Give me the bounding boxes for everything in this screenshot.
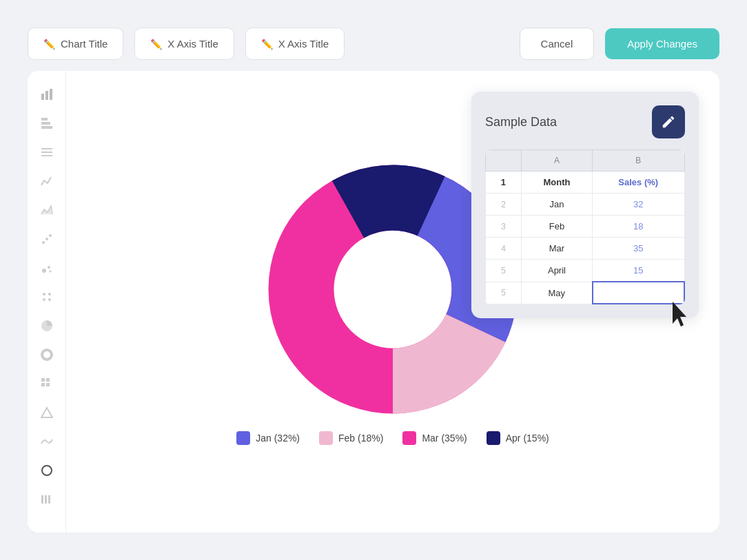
main-area: Jan (32%) Feb (18%) Mar (35%) Apr (15%) [28, 71, 719, 532]
svg-rect-27 [45, 495, 47, 504]
circle-icon[interactable] [34, 458, 59, 483]
cluster-icon[interactable] [34, 284, 59, 309]
triangle-icon[interactable] [34, 400, 59, 425]
legend-color-apr [487, 431, 500, 445]
x-axis-title-label: X Axis Title [167, 38, 218, 50]
data-table: A B 1 Month Sales (%) 2 Jan [485, 149, 685, 304]
svg-rect-2 [50, 89, 52, 100]
col-header-b: B [593, 150, 684, 172]
chart-title-button[interactable]: ✏️ Chart Title [28, 28, 123, 60]
row-month-apr: April [521, 260, 592, 282]
x-axis-title2-button[interactable]: ✏️ X Axis Title [245, 28, 345, 60]
edit-data-button[interactable] [652, 105, 685, 138]
row-num-5a: 5 [486, 260, 522, 282]
chart-title-label: Chart Title [61, 38, 108, 50]
table-row: 3 Feb 18 [486, 216, 685, 238]
row-month-mar: Mar [521, 238, 592, 260]
svg-rect-23 [46, 383, 50, 386]
row-month-feb: Feb [521, 216, 592, 238]
line-chart-icon[interactable] [34, 169, 59, 194]
area-chart-icon[interactable] [34, 198, 59, 222]
svg-point-15 [43, 293, 45, 295]
svg-marker-34 [673, 302, 686, 326]
svg-rect-3 [41, 118, 48, 121]
col-header-a: A [521, 150, 592, 172]
table-row: 5 May [486, 282, 685, 304]
pencil-icon-3: ✏️ [261, 39, 273, 50]
pencil-icon-2: ✏️ [150, 39, 162, 50]
legend-label-mar: Mar (35%) [422, 433, 467, 444]
table-row: 4 Mar 35 [486, 238, 685, 260]
bars-icon[interactable] [34, 487, 59, 512]
svg-rect-5 [41, 126, 52, 129]
svg-point-12 [42, 269, 46, 273]
apply-changes-button[interactable]: Apply Changes [605, 28, 719, 59]
toolbar: ✏️ Chart Title ✏️ X Axis Title ✏️ X Axis… [28, 28, 719, 60]
svg-point-14 [49, 271, 51, 273]
row-sales-mar: 35 [593, 238, 684, 260]
svg-point-25 [42, 466, 52, 475]
svg-marker-24 [41, 408, 52, 417]
row-num-3: 3 [486, 216, 522, 238]
scatter-icon[interactable] [34, 227, 59, 251]
row-num-2: 2 [486, 194, 522, 216]
data-panel-header: Sample Data [485, 105, 685, 138]
cursor-indicator [670, 302, 692, 332]
bubble-icon[interactable] [34, 256, 59, 280]
svg-point-13 [48, 266, 50, 269]
legend-color-mar [402, 431, 416, 445]
row-header-num: 1 [486, 172, 522, 194]
list-icon[interactable] [34, 140, 59, 165]
svg-point-17 [43, 298, 45, 301]
chart-area: Jan (32%) Feb (18%) Mar (35%) Apr (15%) [66, 71, 719, 532]
row-sales-jan: 32 [593, 194, 684, 216]
legend-label-jan: Jan (32%) [256, 433, 300, 444]
svg-point-18 [48, 298, 51, 301]
app-container: ✏️ Chart Title ✏️ X Axis Title ✏️ X Axis… [14, 14, 733, 546]
svg-rect-7 [41, 152, 52, 153]
row-sales-apr: 15 [593, 260, 684, 282]
donut-chart-icon[interactable] [34, 342, 59, 367]
legend-label-apr: Apr (15%) [506, 433, 549, 444]
column-chart-icon[interactable] [34, 111, 59, 136]
svg-rect-8 [41, 155, 52, 156]
legend-color-jan [236, 431, 250, 445]
row-header-sales: Sales (%) [593, 172, 684, 194]
row-header-month: Month [521, 172, 592, 194]
pencil-icon: ✏️ [43, 39, 55, 50]
row-month-may: May [521, 282, 592, 304]
chart-legend: Jan (32%) Feb (18%) Mar (35%) Apr (15%) [236, 431, 549, 445]
grid-icon[interactable] [34, 371, 59, 396]
legend-label-feb: Feb (18%) [338, 433, 383, 444]
svg-rect-20 [41, 378, 45, 382]
row-sales-may-input[interactable] [593, 282, 684, 304]
row-num-4: 4 [486, 238, 522, 260]
row-month-jan: Jan [521, 194, 592, 216]
svg-rect-21 [46, 378, 50, 382]
table-row: 5 April 15 [486, 260, 685, 282]
row-sales-feb: 18 [593, 216, 684, 238]
svg-point-10 [45, 238, 48, 240]
bar-chart-icon[interactable] [34, 82, 59, 107]
svg-rect-26 [41, 495, 43, 504]
svg-rect-28 [48, 495, 50, 504]
legend-item-jan: Jan (32%) [236, 431, 300, 445]
x-axis-title-button[interactable]: ✏️ X Axis Title [134, 28, 234, 60]
row-num-5b: 5 [486, 282, 522, 304]
data-panel-title: Sample Data [485, 115, 557, 129]
svg-rect-0 [41, 94, 44, 100]
svg-point-11 [49, 234, 52, 237]
x-axis-title2-label: X Axis Title [278, 38, 329, 50]
svg-rect-1 [45, 91, 48, 100]
data-panel: Sample Data A B [471, 92, 699, 318]
svg-rect-4 [41, 122, 50, 125]
svg-point-19 [42, 350, 52, 360]
legend-item-mar: Mar (35%) [402, 431, 467, 445]
wave-icon[interactable] [34, 429, 59, 454]
svg-point-33 [335, 231, 450, 346]
legend-item-feb: Feb (18%) [319, 431, 383, 445]
cancel-button[interactable]: Cancel [520, 28, 595, 60]
legend-color-feb [319, 431, 333, 445]
pie-chart-icon[interactable] [34, 313, 59, 338]
sidebar [28, 71, 66, 532]
